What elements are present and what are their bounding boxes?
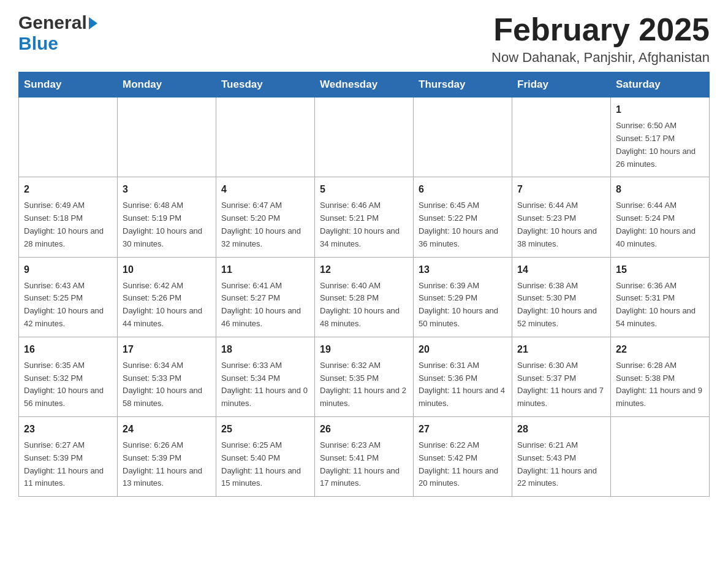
day-info: Sunrise: 6:40 AMSunset: 5:28 PMDaylight:…	[320, 280, 408, 331]
day-number: 23	[24, 422, 112, 437]
day-info: Sunrise: 6:48 AMSunset: 5:19 PMDaylight:…	[123, 199, 211, 250]
day-info: Sunrise: 6:38 AMSunset: 5:30 PMDaylight:…	[517, 280, 605, 331]
day-info: Sunrise: 6:21 AMSunset: 5:43 PMDaylight:…	[517, 439, 605, 490]
calendar-cell: 15Sunrise: 6:36 AMSunset: 5:31 PMDayligh…	[611, 257, 710, 337]
calendar-week-row: 1Sunrise: 6:50 AMSunset: 5:17 PMDaylight…	[19, 98, 710, 177]
calendar-cell: 6Sunrise: 6:45 AMSunset: 5:22 PMDaylight…	[414, 177, 512, 257]
calendar-cell: 17Sunrise: 6:34 AMSunset: 5:33 PMDayligh…	[118, 337, 216, 416]
day-number: 8	[616, 182, 704, 197]
day-info: Sunrise: 6:39 AMSunset: 5:29 PMDaylight:…	[419, 280, 507, 331]
day-number: 1	[616, 102, 704, 117]
logo-general-text: General	[18, 12, 87, 33]
day-info: Sunrise: 6:22 AMSunset: 5:42 PMDaylight:…	[419, 439, 507, 490]
calendar-title: February 2025	[491, 12, 710, 47]
calendar-week-row: 16Sunrise: 6:35 AMSunset: 5:32 PMDayligh…	[19, 337, 710, 416]
day-of-week-header: Sunday	[19, 72, 118, 98]
day-number: 28	[517, 422, 605, 437]
day-of-week-header: Saturday	[611, 72, 710, 98]
calendar-subtitle: Now Dahanak, Panjshir, Afghanistan	[491, 50, 710, 66]
day-info: Sunrise: 6:47 AMSunset: 5:20 PMDaylight:…	[221, 199, 309, 250]
day-info: Sunrise: 6:27 AMSunset: 5:39 PMDaylight:…	[24, 439, 112, 490]
day-info: Sunrise: 6:44 AMSunset: 5:23 PMDaylight:…	[517, 199, 605, 250]
calendar-cell	[216, 98, 315, 177]
day-info: Sunrise: 6:25 AMSunset: 5:40 PMDaylight:…	[221, 439, 309, 490]
calendar-cell	[512, 98, 611, 177]
day-number: 24	[123, 422, 211, 437]
day-info: Sunrise: 6:50 AMSunset: 5:17 PMDaylight:…	[616, 120, 704, 170]
page-header: General Blue February 2025 Now Dahanak, …	[18, 12, 710, 66]
day-number: 17	[123, 342, 211, 357]
calendar-cell	[611, 416, 710, 496]
title-block: February 2025 Now Dahanak, Panjshir, Afg…	[491, 12, 710, 66]
calendar-cell: 16Sunrise: 6:35 AMSunset: 5:32 PMDayligh…	[19, 337, 118, 416]
day-of-week-header: Tuesday	[216, 72, 315, 98]
day-info: Sunrise: 6:43 AMSunset: 5:25 PMDaylight:…	[24, 280, 112, 331]
day-info: Sunrise: 6:34 AMSunset: 5:33 PMDaylight:…	[123, 359, 211, 410]
calendar-table: SundayMondayTuesdayWednesdayThursdayFrid…	[18, 72, 710, 497]
day-number: 19	[320, 342, 408, 357]
day-number: 6	[419, 182, 507, 197]
calendar-cell: 8Sunrise: 6:44 AMSunset: 5:24 PMDaylight…	[611, 177, 710, 257]
calendar-cell: 5Sunrise: 6:46 AMSunset: 5:21 PMDaylight…	[315, 177, 414, 257]
day-number: 7	[517, 182, 605, 197]
calendar-cell: 7Sunrise: 6:44 AMSunset: 5:23 PMDaylight…	[512, 177, 611, 257]
calendar-cell	[118, 98, 216, 177]
calendar-cell: 4Sunrise: 6:47 AMSunset: 5:20 PMDaylight…	[216, 177, 315, 257]
calendar-cell: 22Sunrise: 6:28 AMSunset: 5:38 PMDayligh…	[611, 337, 710, 416]
calendar-cell: 13Sunrise: 6:39 AMSunset: 5:29 PMDayligh…	[414, 257, 512, 337]
day-number: 26	[320, 422, 408, 437]
calendar-cell: 19Sunrise: 6:32 AMSunset: 5:35 PMDayligh…	[315, 337, 414, 416]
calendar-cell: 21Sunrise: 6:30 AMSunset: 5:37 PMDayligh…	[512, 337, 611, 416]
day-info: Sunrise: 6:36 AMSunset: 5:31 PMDaylight:…	[616, 280, 704, 331]
day-number: 2	[24, 182, 112, 197]
day-info: Sunrise: 6:23 AMSunset: 5:41 PMDaylight:…	[320, 439, 408, 490]
calendar-week-row: 9Sunrise: 6:43 AMSunset: 5:25 PMDaylight…	[19, 257, 710, 337]
calendar-cell: 14Sunrise: 6:38 AMSunset: 5:30 PMDayligh…	[512, 257, 611, 337]
day-info: Sunrise: 6:30 AMSunset: 5:37 PMDaylight:…	[517, 359, 605, 410]
day-info: Sunrise: 6:45 AMSunset: 5:22 PMDaylight:…	[419, 199, 507, 250]
calendar-cell: 28Sunrise: 6:21 AMSunset: 5:43 PMDayligh…	[512, 416, 611, 496]
day-number: 14	[517, 262, 605, 277]
day-info: Sunrise: 6:42 AMSunset: 5:26 PMDaylight:…	[123, 280, 211, 331]
day-number: 27	[419, 422, 507, 437]
calendar-cell: 10Sunrise: 6:42 AMSunset: 5:26 PMDayligh…	[118, 257, 216, 337]
calendar-cell: 24Sunrise: 6:26 AMSunset: 5:39 PMDayligh…	[118, 416, 216, 496]
calendar-week-row: 2Sunrise: 6:49 AMSunset: 5:18 PMDaylight…	[19, 177, 710, 257]
calendar-week-row: 23Sunrise: 6:27 AMSunset: 5:39 PMDayligh…	[19, 416, 710, 496]
day-number: 25	[221, 422, 309, 437]
calendar-cell	[414, 98, 512, 177]
day-of-week-header: Thursday	[414, 72, 512, 98]
day-number: 16	[24, 342, 112, 357]
day-of-week-header: Monday	[118, 72, 216, 98]
day-number: 9	[24, 262, 112, 277]
day-info: Sunrise: 6:26 AMSunset: 5:39 PMDaylight:…	[123, 439, 211, 490]
day-info: Sunrise: 6:46 AMSunset: 5:21 PMDaylight:…	[320, 199, 408, 250]
calendar-cell: 2Sunrise: 6:49 AMSunset: 5:18 PMDaylight…	[19, 177, 118, 257]
day-number: 5	[320, 182, 408, 197]
calendar-cell: 1Sunrise: 6:50 AMSunset: 5:17 PMDaylight…	[611, 98, 710, 177]
calendar-cell: 18Sunrise: 6:33 AMSunset: 5:34 PMDayligh…	[216, 337, 315, 416]
day-number: 3	[123, 182, 211, 197]
day-info: Sunrise: 6:31 AMSunset: 5:36 PMDaylight:…	[419, 359, 507, 410]
calendar-cell: 27Sunrise: 6:22 AMSunset: 5:42 PMDayligh…	[414, 416, 512, 496]
day-number: 20	[419, 342, 507, 357]
day-number: 10	[123, 262, 211, 277]
day-number: 15	[616, 262, 704, 277]
calendar-cell	[315, 98, 414, 177]
day-of-week-header: Wednesday	[315, 72, 414, 98]
calendar-cell: 9Sunrise: 6:43 AMSunset: 5:25 PMDaylight…	[19, 257, 118, 337]
day-number: 22	[616, 342, 704, 357]
calendar-cell: 12Sunrise: 6:40 AMSunset: 5:28 PMDayligh…	[315, 257, 414, 337]
day-info: Sunrise: 6:33 AMSunset: 5:34 PMDaylight:…	[221, 359, 309, 410]
logo-blue-text: Blue	[18, 33, 58, 53]
day-info: Sunrise: 6:32 AMSunset: 5:35 PMDaylight:…	[320, 359, 408, 410]
logo: General Blue	[18, 12, 97, 54]
logo-arrow-icon	[89, 17, 97, 29]
day-info: Sunrise: 6:35 AMSunset: 5:32 PMDaylight:…	[24, 359, 112, 410]
day-of-week-header: Friday	[512, 72, 611, 98]
calendar-cell: 23Sunrise: 6:27 AMSunset: 5:39 PMDayligh…	[19, 416, 118, 496]
calendar-cell: 20Sunrise: 6:31 AMSunset: 5:36 PMDayligh…	[414, 337, 512, 416]
calendar-header-row: SundayMondayTuesdayWednesdayThursdayFrid…	[19, 72, 710, 98]
day-number: 4	[221, 182, 309, 197]
day-info: Sunrise: 6:49 AMSunset: 5:18 PMDaylight:…	[24, 199, 112, 250]
